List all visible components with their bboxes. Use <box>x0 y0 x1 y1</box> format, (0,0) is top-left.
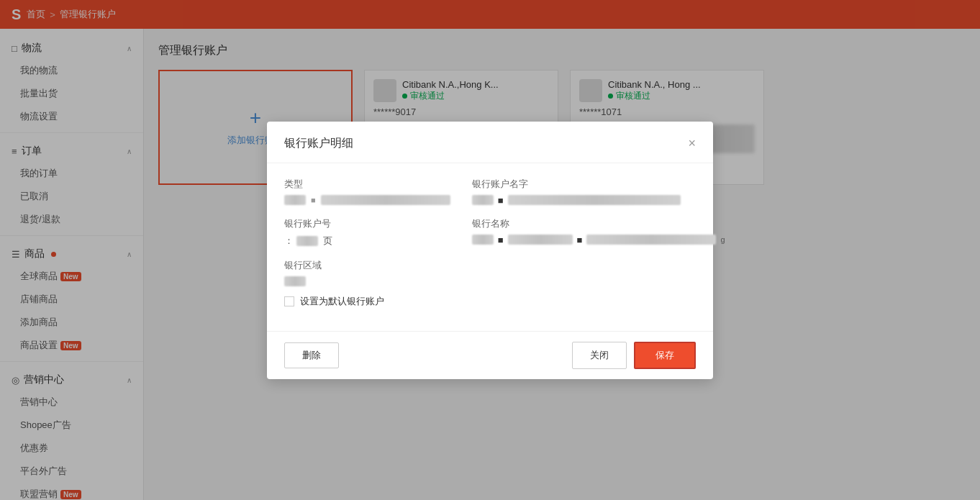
bank-name-blur-3 <box>586 235 716 245</box>
dot2: ■ <box>498 235 504 245</box>
acct-name-blur-1 <box>472 195 494 205</box>
type-dot: ■ <box>311 196 316 204</box>
region-blur <box>284 276 306 286</box>
bank-detail-modal: 银行账户明细 × 类型 ■ 银行账户名字 ■ <box>267 122 713 379</box>
acct-num-blur <box>296 236 318 246</box>
modal-close-button[interactable]: × <box>688 137 696 150</box>
field-type-value: ■ <box>284 195 450 205</box>
modal-fields: 类型 ■ 银行账户名字 ■ 银行账户号 <box>284 178 696 286</box>
modal-title: 银行账户明细 <box>284 136 353 151</box>
delete-button[interactable]: 删除 <box>284 342 339 368</box>
dot1: ■ <box>498 195 504 206</box>
close-button[interactable]: 关闭 <box>572 342 627 369</box>
field-bank-region-value <box>284 276 450 286</box>
field-bank-region: 银行区域 <box>284 259 450 286</box>
field-account-number: 银行账户号 ： 页 <box>284 217 450 247</box>
type-blur-1 <box>284 195 306 205</box>
default-checkbox-label: 设置为默认银行账户 <box>300 295 384 308</box>
field-account-number-label: 银行账户号 <box>284 217 450 230</box>
field-bank-name-label: 银行名称 <box>472 217 727 230</box>
dot3: ■ <box>577 235 583 245</box>
field-type: 类型 ■ <box>284 178 450 206</box>
field-account-name-label: 银行账户名字 <box>472 178 727 191</box>
acct-name-blur-2 <box>508 195 681 205</box>
field-bank-name: 银行名称 ■ ■ g <box>472 217 727 247</box>
modal-header: 银行账户明细 × <box>267 122 713 163</box>
field-bank-name-value: ■ ■ g <box>472 235 727 245</box>
type-blur-2 <box>321 195 450 205</box>
field-bank-region-label: 银行区域 <box>284 259 450 272</box>
modal-body: 类型 ■ 银行账户名字 ■ 银行账户号 <box>267 163 713 331</box>
g-char: g <box>720 235 725 244</box>
account-colon: ： <box>284 235 294 247</box>
bank-name-blur-2 <box>508 235 573 245</box>
bank-name-blur-1 <box>472 235 494 245</box>
field-account-number-value: ： 页 <box>284 235 450 247</box>
modal-footer: 删除 关闭 保存 <box>267 331 713 379</box>
field-type-label: 类型 <box>284 178 450 191</box>
field-account-name-value: ■ <box>472 195 727 206</box>
acct-num-char: 页 <box>323 235 332 247</box>
modal-overlay: 银行账户明细 × 类型 ■ 银行账户名字 ■ <box>0 0 980 500</box>
save-button[interactable]: 保存 <box>634 342 696 369</box>
modal-footer-right: 关闭 保存 <box>572 342 696 369</box>
default-checkbox-row: 设置为默认银行账户 <box>284 286 696 317</box>
default-checkbox[interactable] <box>284 296 294 306</box>
field-account-name: 银行账户名字 ■ <box>472 178 727 206</box>
